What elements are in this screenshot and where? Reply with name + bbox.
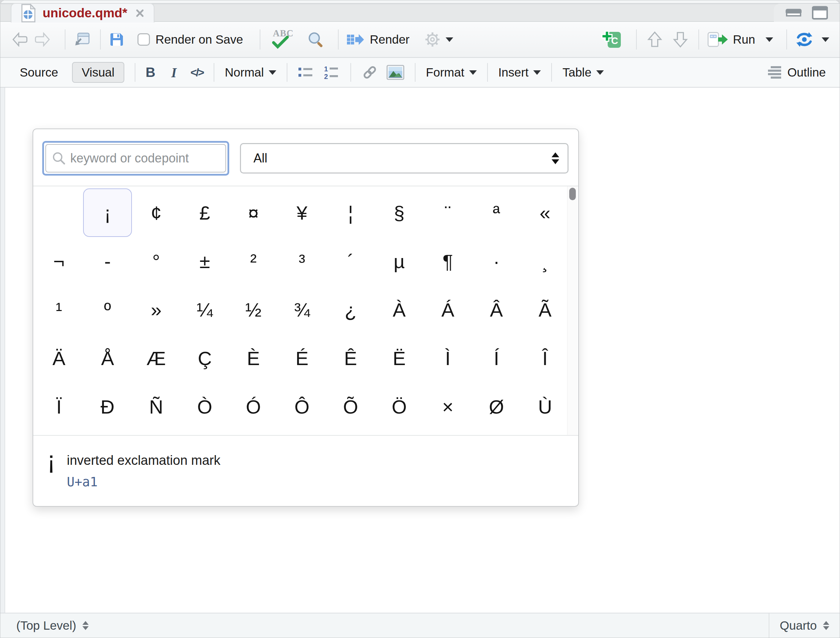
insert-menu-caret-icon[interactable] (533, 70, 541, 75)
char-cell[interactable]: ½ (229, 286, 278, 334)
grid-scrollbar[interactable] (567, 186, 578, 435)
char-cell[interactable]: À (375, 286, 423, 334)
table-menu-caret-icon[interactable] (596, 70, 604, 75)
char-cell[interactable]: § (375, 188, 423, 237)
insert-menu[interactable]: Insert (498, 65, 529, 79)
bulleted-list-icon[interactable] (298, 65, 314, 80)
scope-selector[interactable]: (Top Level) (16, 619, 76, 632)
char-cell[interactable]: È (229, 334, 278, 382)
down-arrow-icon[interactable] (673, 31, 688, 48)
char-cell[interactable]: Ø (472, 382, 521, 431)
char-cell[interactable] (35, 188, 83, 237)
char-cell[interactable]: Ï (35, 382, 83, 431)
spellcheck-icon[interactable]: ABC (268, 28, 298, 51)
forward-arrow-icon[interactable] (34, 32, 50, 47)
open-in-new-window-icon[interactable] (73, 31, 91, 48)
char-cell[interactable]: ¤ (229, 188, 278, 237)
char-cell[interactable]: Ê (326, 334, 375, 382)
char-cell[interactable]: ¹ (35, 286, 83, 334)
run-options-caret-icon[interactable] (766, 38, 773, 42)
paragraph-style-dropdown[interactable]: Normal (225, 65, 264, 79)
char-cell[interactable]: £ (180, 188, 229, 237)
char-cell[interactable]: Ñ (132, 382, 180, 431)
paragraph-style-caret-icon[interactable] (269, 70, 276, 75)
char-cell[interactable]: ´ (326, 237, 375, 286)
char-cell[interactable]: Å (83, 334, 131, 382)
char-cell[interactable]: Î (521, 334, 569, 382)
char-cell[interactable]: ³ (278, 237, 326, 286)
char-cell[interactable]: « (521, 188, 569, 237)
char-cell[interactable]: Ë (375, 334, 423, 382)
char-cell[interactable]: Ù (521, 382, 569, 431)
char-cell[interactable]: Á (423, 286, 472, 334)
numbered-list-icon[interactable]: 1 2 (324, 65, 340, 80)
char-cell[interactable]: ¬ (35, 237, 83, 286)
source-sync-icon[interactable] (795, 31, 814, 48)
char-cell[interactable]: ¿ (326, 286, 375, 334)
run-icon[interactable] (707, 31, 729, 48)
settings-gear-icon[interactable] (424, 31, 441, 48)
render-settings-caret-icon[interactable] (445, 38, 453, 42)
outline-toggle[interactable]: Outline (787, 65, 826, 79)
outline-icon[interactable] (768, 65, 784, 79)
format-menu-caret-icon[interactable] (469, 70, 477, 75)
source-options-caret-icon[interactable] (822, 38, 829, 42)
char-cell[interactable]: ¾ (278, 286, 326, 334)
char-cell[interactable]: ¢ (132, 188, 180, 237)
char-cell[interactable]: - (83, 237, 131, 286)
char-cell[interactable]: ¦ (326, 188, 375, 237)
language-mode-selector[interactable]: Quarto (780, 619, 817, 632)
close-icon[interactable] (135, 8, 145, 18)
char-cell[interactable]: Õ (326, 382, 375, 431)
char-cell[interactable]: Æ (132, 334, 180, 382)
bold-button[interactable]: B (146, 65, 155, 80)
char-cell[interactable]: · (472, 237, 521, 286)
up-arrow-icon[interactable] (647, 31, 662, 48)
run-label[interactable]: Run (733, 33, 755, 46)
char-cell[interactable]: Í (472, 334, 521, 382)
image-icon[interactable] (387, 65, 404, 80)
char-cell[interactable]: É (278, 334, 326, 382)
scrollbar-thumb[interactable] (569, 188, 576, 200)
char-cell[interactable]: Ô (278, 382, 326, 431)
char-cell[interactable]: ¨ (423, 188, 472, 237)
char-cell[interactable]: Ö (375, 382, 423, 431)
category-select[interactable]: All (240, 143, 568, 174)
editor-canvas[interactable]: All ¡¢£¤¥¦§¨ª«¬-°±²³´µ¶·¸¹º»¼½¾¿ÀÁÂÃÄÅÆÇ… (0, 88, 840, 613)
visual-mode-button[interactable]: Visual (72, 62, 124, 83)
back-arrow-icon[interactable] (12, 32, 28, 47)
insert-code-chunk-icon[interactable]: C (602, 30, 622, 49)
char-cell[interactable]: Ì (423, 334, 472, 382)
render-icon[interactable] (346, 31, 365, 48)
maximize-icon[interactable] (812, 6, 828, 20)
char-cell[interactable]: ¸ (521, 237, 569, 286)
minimize-icon[interactable] (786, 9, 802, 17)
code-button[interactable]: </> (190, 66, 203, 79)
char-cell[interactable]: ¥ (278, 188, 326, 237)
editor-tab[interactable]: unicode.qmd* (11, 3, 155, 22)
char-cell[interactable]: Ã (521, 286, 569, 334)
char-cell[interactable]: º (83, 286, 131, 334)
char-cell[interactable]: µ (375, 237, 423, 286)
char-cell[interactable]: Ç (180, 334, 229, 382)
char-cell[interactable]: ¡ (83, 188, 131, 237)
format-menu[interactable]: Format (426, 65, 464, 79)
char-cell[interactable]: Â (472, 286, 521, 334)
char-cell[interactable]: ° (132, 237, 180, 286)
char-cell[interactable]: × (423, 382, 472, 431)
save-icon[interactable] (108, 31, 125, 48)
char-cell[interactable]: ¼ (180, 286, 229, 334)
table-menu[interactable]: Table (562, 65, 591, 79)
char-cell[interactable]: » (132, 286, 180, 334)
search-icon[interactable] (307, 30, 325, 49)
scope-spinner-icon[interactable] (82, 621, 88, 630)
link-icon[interactable] (362, 64, 378, 81)
char-cell[interactable]: Ò (180, 382, 229, 431)
char-cell[interactable]: Ó (229, 382, 278, 431)
char-cell[interactable]: ± (180, 237, 229, 286)
language-spinner-icon[interactable] (823, 621, 829, 630)
char-cell[interactable]: ² (229, 237, 278, 286)
render-label[interactable]: Render (370, 33, 410, 46)
search-input[interactable] (69, 151, 208, 166)
char-cell[interactable]: ¶ (423, 237, 472, 286)
